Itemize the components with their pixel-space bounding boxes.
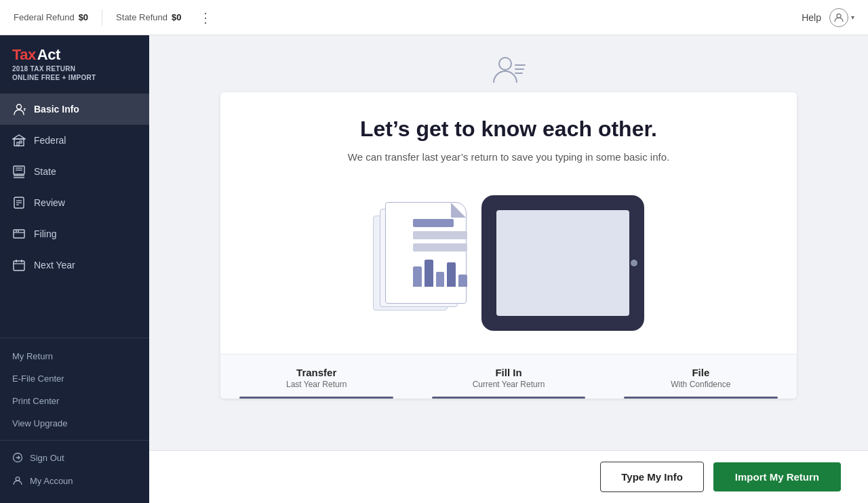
chart-col-2 [425,260,433,287]
print-center-link[interactable]: Print Center [0,390,149,412]
person-lines-icon [491,52,526,87]
tablet-outer [481,195,644,331]
sidebar: Tax Act 2018 TAX RETURN ONLINE FREE + IM… [0,35,149,503]
step-fill-in-line [432,397,586,399]
sign-out-label: Sign Out [30,453,64,463]
user-menu[interactable]: ▾ [829,8,854,27]
main-layout: Tax Act 2018 TAX RETURN ONLINE FREE + IM… [0,35,868,503]
sidebar-label-federal: Federal [34,135,66,146]
step-transfer-line [239,397,393,399]
svg-rect-22 [14,261,24,270]
review-icon [12,196,26,209]
topbar-left: Federal Refund $0 State Refund $0 ⋮ [14,9,216,26]
svg-point-20 [16,230,17,232]
content-area: Let’s get to know each other. We can tra… [149,35,868,503]
more-options-icon[interactable]: ⋮ [195,9,216,26]
topbar-right: Help ▾ [802,8,854,27]
topbar-divider [102,9,102,26]
sidebar-item-basic-info[interactable]: Basic Info [0,94,149,125]
federal-refund-amount: $0 [79,12,88,22]
sidebar-item-review[interactable]: Review [0,187,149,218]
step-file-sub: With Confidence [612,380,790,389]
my-account-item[interactable]: My Accoun [0,469,149,492]
document-illustration [366,202,475,324]
step-transfer-title: Transfer [227,367,406,378]
help-link[interactable]: Help [802,12,821,23]
doc-chart [413,260,467,287]
chart-col-4 [447,262,456,287]
type-info-button[interactable]: Type My Info [600,462,704,492]
account-icon [12,475,23,486]
brand-tax: Tax [12,46,36,64]
sidebar-label-next-year: Next Year [34,260,75,270]
sidebar-label-filing: Filing [34,228,56,239]
my-return-link[interactable]: My Return [0,345,149,367]
step-fill-in-title: Fill In [419,367,597,378]
state-refund-amount: $0 [172,12,181,22]
card-top: Let’s get to know each other. We can tra… [220,92,797,163]
tablet-screen [496,210,629,316]
import-return-button[interactable]: Import My Return [713,462,841,491]
my-account-label: My Accoun [30,476,73,486]
federal-refund: Federal Refund $0 [14,12,88,22]
step-transfer: Transfer Last Year Return [220,355,412,399]
sign-out-item[interactable]: Sign Out [0,446,149,469]
doc-bar-3 [413,243,467,252]
tablet-button [631,260,637,266]
step-file: File With Confidence [605,355,797,399]
sidebar-label-review: Review [34,197,65,208]
step-transfer-sub: Last Year Return [227,380,406,389]
step-file-title: File [612,367,790,378]
svg-marker-6 [13,135,25,139]
brand-year: 2018 TAX RETURN [12,65,137,73]
sidebar-bottom: Sign Out My Accoun [0,440,149,503]
doc-bar-2 [413,231,467,239]
user-chevron-icon: ▾ [851,14,854,21]
brand-act: Act [37,46,60,64]
sidebar-item-next-year[interactable]: Next Year [0,249,149,281]
brand-plan: ONLINE FREE + IMPORT [12,74,137,81]
topbar: Federal Refund $0 State Refund $0 ⋮ Help… [0,0,868,35]
step-fill-in-sub: Current Year Return [419,380,597,389]
sidebar-label-state: State [34,166,56,177]
signout-icon [12,452,23,463]
view-upgrade-link[interactable]: View Upgrade [0,412,149,435]
tablet-illustration [475,188,651,338]
card-subtitle: We can transfer last year’s return to sa… [248,151,770,163]
step-fill-in: Fill In Current Year Return [412,355,604,399]
sidebar-item-state[interactable]: State [0,156,149,187]
svg-rect-18 [14,230,24,238]
federal-refund-label: Federal Refund [14,12,75,22]
doc-bar-1 [413,219,454,227]
svg-point-21 [18,230,19,232]
flag-icon [12,165,26,178]
person-icon-wrap [491,52,526,87]
doc-lines [413,219,467,256]
svg-point-1 [17,104,22,109]
efile-center-link[interactable]: E-File Center [0,367,149,390]
card-area: Let’s get to know each other. We can tra… [149,35,868,450]
calendar-icon [12,258,26,272]
brand: Tax Act 2018 TAX RETURN ONLINE FREE + IM… [0,35,149,91]
user-avatar-icon [829,8,848,27]
user-icon [12,102,26,116]
brand-logo: Tax Act [12,46,137,64]
svg-rect-7 [17,142,19,146]
svg-rect-8 [20,141,22,143]
main-card: Let’s get to know each other. We can tra… [220,92,797,399]
action-bar: Type My Info Import My Return [149,450,868,503]
sidebar-item-federal[interactable]: Federal [0,125,149,156]
svg-point-2 [22,108,24,110]
sidebar-utilities: My Return E-File Center Print Center Vie… [0,338,149,440]
sidebar-item-filing[interactable]: Filing [0,218,149,249]
sidebar-label-basic-info: Basic Info [34,104,79,115]
chart-col-5 [458,275,467,287]
steps-bar: Transfer Last Year Return Fill In Curren… [220,354,797,399]
svg-point-28 [499,58,511,70]
card-title: Let’s get to know each other. [248,117,770,142]
illustration-row [220,182,797,338]
filing-icon [12,227,26,241]
sidebar-nav: Basic Info Federal [0,91,149,331]
doc-paper-front [385,202,467,304]
state-refund: State Refund $0 [116,12,181,22]
